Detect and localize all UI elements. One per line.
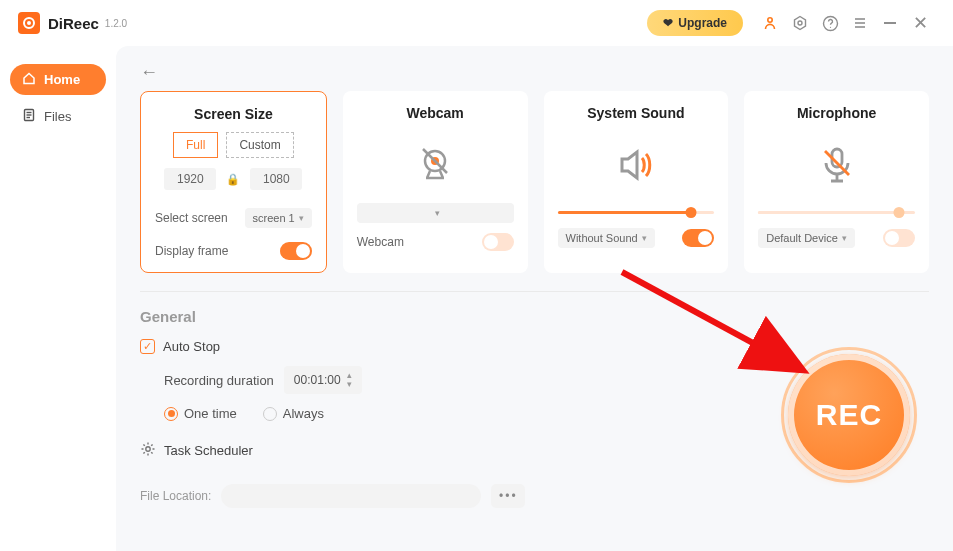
app-name: DiReec (48, 15, 99, 32)
svg-point-2 (798, 21, 802, 25)
title-bar: DiReec 1.2.0 ❤ Upgrade ✕ (0, 0, 953, 46)
display-frame-label: Display frame (155, 244, 228, 258)
recording-duration-label: Recording duration (164, 373, 274, 388)
svg-point-19 (146, 447, 150, 451)
file-location-browse[interactable]: ••• (491, 484, 525, 508)
auto-stop-checkbox[interactable]: ✓ (140, 339, 155, 354)
select-screen-label: Select screen (155, 211, 228, 225)
back-button[interactable]: ← (140, 62, 158, 83)
svg-line-14 (423, 149, 447, 173)
general-heading: General (140, 308, 929, 325)
auto-stop-label: Auto Stop (163, 339, 220, 354)
files-icon (22, 108, 36, 125)
help-icon[interactable] (821, 14, 839, 32)
upgrade-label: Upgrade (678, 16, 727, 30)
radio-icon (263, 407, 277, 421)
microphone-off-icon (815, 137, 859, 193)
card-screen-size: Screen Size Full Custom 🔒 Select screen … (140, 91, 327, 273)
app-version: 1.2.0 (105, 18, 127, 29)
mic-volume-slider[interactable] (758, 211, 915, 214)
stepper-icon[interactable]: ▴▾ (347, 371, 352, 389)
sidebar-item-files[interactable]: Files (10, 101, 106, 132)
sidebar: Home Files (0, 46, 116, 551)
radio-icon (164, 407, 178, 421)
sound-volume-slider[interactable] (558, 211, 715, 214)
svg-point-4 (829, 26, 830, 27)
webcam-toggle[interactable] (482, 233, 514, 251)
card-title: System Sound (587, 105, 684, 121)
display-frame-toggle[interactable] (280, 242, 312, 260)
upgrade-button[interactable]: ❤ Upgrade (647, 10, 743, 36)
sound-select[interactable]: Without Sound▾ (558, 228, 655, 248)
mic-toggle[interactable] (883, 229, 915, 247)
webcam-select[interactable]: ▾ (357, 203, 514, 223)
main-panel: ← Screen Size Full Custom 🔒 Select scree… (116, 46, 953, 551)
card-system-sound: System Sound Without Sound▾ (544, 91, 729, 273)
speaker-icon (612, 137, 660, 193)
card-title: Microphone (797, 105, 876, 121)
home-icon (22, 71, 36, 88)
radio-always[interactable]: Always (263, 406, 324, 421)
lock-icon[interactable]: 🔒 (226, 173, 240, 186)
chevron-down-icon: ▾ (842, 233, 847, 243)
sidebar-item-label: Home (44, 72, 80, 87)
radio-one-time[interactable]: One time (164, 406, 237, 421)
gear-icon (140, 441, 156, 460)
chevron-down-icon: ▾ (299, 213, 304, 223)
heart-icon: ❤ (663, 16, 673, 30)
mic-select[interactable]: Default Device▾ (758, 228, 855, 248)
webcam-off-icon (412, 137, 458, 193)
card-microphone: Microphone Default Device▾ (744, 91, 929, 273)
chevron-down-icon: ▾ (642, 233, 647, 243)
task-scheduler-label[interactable]: Task Scheduler (164, 443, 253, 458)
settings-icon[interactable] (791, 14, 809, 32)
user-icon[interactable] (761, 14, 779, 32)
webcam-label: Webcam (357, 235, 404, 249)
width-input[interactable] (164, 168, 216, 190)
sound-toggle[interactable] (682, 229, 714, 247)
sidebar-item-label: Files (44, 109, 71, 124)
sidebar-item-home[interactable]: Home (10, 64, 106, 95)
card-title: Screen Size (194, 106, 273, 122)
menu-icon[interactable] (851, 14, 869, 32)
record-label: REC (816, 398, 882, 432)
svg-point-0 (768, 18, 772, 22)
close-button[interactable]: ✕ (911, 14, 929, 32)
screen-select[interactable]: screen 1▾ (245, 208, 312, 228)
app-logo (18, 12, 40, 34)
screen-custom-button[interactable]: Custom (226, 132, 293, 158)
record-button[interactable]: REC (781, 347, 917, 483)
recording-duration-input[interactable]: 00:01:00 ▴▾ (284, 366, 362, 394)
file-location-label: File Location: (140, 489, 211, 503)
svg-marker-1 (795, 17, 806, 30)
card-title: Webcam (406, 105, 463, 121)
height-input[interactable] (250, 168, 302, 190)
file-location-input[interactable] (221, 484, 481, 508)
minimize-button[interactable] (881, 14, 899, 32)
screen-full-button[interactable]: Full (173, 132, 218, 158)
card-webcam: Webcam ▾ Webcam (343, 91, 528, 273)
chevron-down-icon: ▾ (435, 208, 440, 218)
